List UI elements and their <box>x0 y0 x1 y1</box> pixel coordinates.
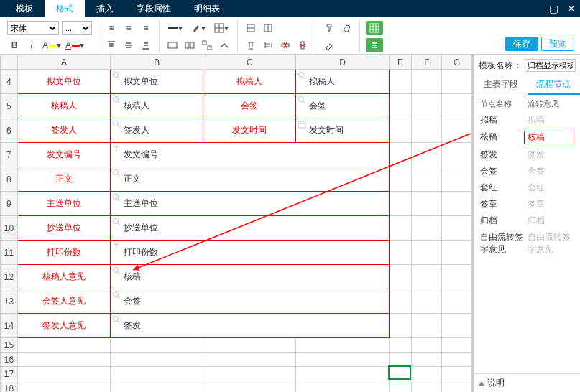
valign-bottom-button[interactable] <box>139 38 153 52</box>
border-line-button[interactable]: ▾ <box>165 21 185 35</box>
form-value-cell[interactable]: 签发 <box>111 314 390 338</box>
window-close-icon[interactable]: ✕ <box>567 3 576 14</box>
cell[interactable] <box>442 353 472 367</box>
row-header[interactable]: 12 <box>1 265 18 289</box>
cell[interactable] <box>442 143 472 167</box>
cell[interactable] <box>442 265 472 289</box>
flow-node-row[interactable]: 拟稿 拟稿 <box>479 112 576 129</box>
cell[interactable] <box>203 338 296 353</box>
insert-list-button[interactable] <box>366 38 383 52</box>
row-header[interactable]: 10 <box>1 216 18 241</box>
node-opinion[interactable]: 核稿 <box>524 131 575 144</box>
border-style-button[interactable]: ▾ <box>211 21 231 35</box>
align-right-button[interactable]: ≡ <box>139 21 153 35</box>
cell[interactable] <box>442 381 472 393</box>
spreadsheet[interactable]: ABCDEFG4拟文单位拟文单位拟稿人拟稿人5核稿人核稿人会签会签6签发人签发人… <box>0 55 472 392</box>
text-color-button[interactable]: A▾ <box>65 38 85 52</box>
font-size-select[interactable]: ... <box>62 21 92 35</box>
preview-button[interactable]: 预览 <box>541 37 574 51</box>
cell[interactable] <box>203 353 296 367</box>
cell[interactable] <box>203 367 296 381</box>
form-value-cell[interactable]: 发文时间 <box>296 118 389 143</box>
form-label[interactable]: 会签 <box>203 94 296 118</box>
col-header[interactable]: A <box>17 55 110 70</box>
cell[interactable] <box>111 381 203 393</box>
node-opinion[interactable]: 归档 <box>528 215 575 227</box>
cell[interactable] <box>389 265 412 289</box>
row-header[interactable]: 17 <box>1 367 18 381</box>
cell[interactable] <box>442 216 472 241</box>
italic-button[interactable]: I <box>24 38 39 52</box>
row-header[interactable]: 8 <box>1 167 18 192</box>
insert-row-button[interactable] <box>244 21 258 35</box>
panel-footer-toggle[interactable]: 说明 <box>474 373 580 392</box>
merge-button[interactable] <box>165 38 180 52</box>
form-label[interactable]: 拟文单位 <box>17 70 110 94</box>
cell[interactable] <box>17 353 110 367</box>
form-value-cell[interactable]: 打印份数 <box>111 241 390 265</box>
cell[interactable] <box>17 381 110 393</box>
node-opinion[interactable]: 会签 <box>528 165 575 177</box>
cell[interactable] <box>412 367 442 381</box>
form-value-cell[interactable]: 正文 <box>111 167 390 192</box>
row-header[interactable]: 15 <box>1 338 18 353</box>
eraser-button[interactable] <box>322 38 336 52</box>
cell[interactable] <box>389 143 412 167</box>
form-label[interactable]: 主送单位 <box>17 192 110 216</box>
cell[interactable] <box>389 338 412 353</box>
split-button[interactable] <box>200 38 214 52</box>
cell[interactable] <box>389 289 412 314</box>
cell[interactable] <box>17 338 110 353</box>
cell[interactable] <box>442 241 472 265</box>
cell[interactable] <box>296 353 389 367</box>
cell[interactable] <box>412 289 442 314</box>
node-opinion[interactable]: 签发 <box>528 149 575 161</box>
form-label[interactable]: 打印份数 <box>17 241 110 265</box>
form-value-cell[interactable]: 发文编号 <box>111 143 390 167</box>
flow-node-row[interactable]: 套红 套红 <box>479 179 576 196</box>
bring-front-button[interactable] <box>217 38 231 52</box>
cell[interactable] <box>442 338 472 353</box>
form-value-cell[interactable]: 会签 <box>296 94 389 118</box>
row-header[interactable]: 7 <box>1 143 18 167</box>
cell[interactable] <box>389 216 412 241</box>
row-header[interactable]: 6 <box>1 118 18 143</box>
row-header[interactable]: 5 <box>1 94 18 118</box>
form-value-cell[interactable]: 核稿 <box>111 265 390 289</box>
col-header[interactable]: D <box>296 55 389 70</box>
form-label[interactable]: 拟稿人 <box>203 70 296 94</box>
fill-color-button[interactable]: A▾ <box>42 38 62 52</box>
flow-node-row[interactable]: 签章 签章 <box>479 196 576 213</box>
node-opinion[interactable]: 自由流转签字意见 <box>528 231 575 256</box>
cell[interactable] <box>111 367 203 381</box>
border-color-button[interactable]: ▾ <box>188 21 208 35</box>
unmerge-button[interactable] <box>183 38 197 52</box>
cell[interactable] <box>412 70 442 94</box>
form-label[interactable]: 签发人 <box>17 118 110 143</box>
cell[interactable] <box>296 338 389 353</box>
cell[interactable] <box>389 241 412 265</box>
cell[interactable] <box>442 367 472 381</box>
col-header[interactable]: E <box>389 55 412 70</box>
insert-table-button[interactable] <box>366 21 383 35</box>
font-name-select[interactable]: 宋体 <box>7 21 59 35</box>
cell[interactable] <box>442 70 472 94</box>
flow-node-row[interactable]: 自由流转签字意见 自由流转签字意见 <box>479 229 576 258</box>
tab-main-fields[interactable]: 主表字段 <box>474 75 528 95</box>
row-header[interactable]: 9 <box>1 192 18 216</box>
cell[interactable] <box>442 289 472 314</box>
format-painter-button[interactable] <box>322 21 336 35</box>
cell[interactable] <box>412 381 442 393</box>
cell[interactable] <box>111 338 203 353</box>
cell[interactable] <box>389 314 412 338</box>
flow-node-row[interactable]: 核稿 核稿 <box>479 129 576 146</box>
cell[interactable] <box>412 265 442 289</box>
bold-button[interactable]: B <box>7 38 22 52</box>
cell[interactable] <box>389 192 412 216</box>
form-label[interactable]: 会签人意见 <box>17 289 110 314</box>
align-center-button[interactable]: ≡ <box>121 21 136 35</box>
node-opinion[interactable]: 签章 <box>528 198 575 210</box>
menu-template[interactable]: 模板 <box>4 0 45 17</box>
form-value-cell[interactable]: 签发人 <box>111 118 203 143</box>
cell[interactable] <box>442 94 472 118</box>
